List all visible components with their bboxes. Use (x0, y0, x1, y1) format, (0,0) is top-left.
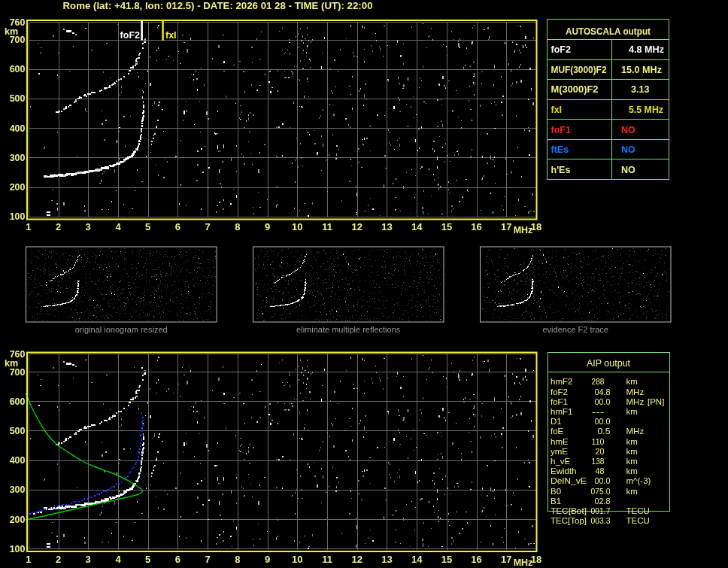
svg-text:NO: NO (621, 125, 635, 135)
svg-text:200: 200 (10, 182, 26, 193)
svg-text:NO: NO (621, 144, 635, 155)
svg-text:km: km (626, 457, 638, 466)
svg-text:12: 12 (351, 221, 362, 232)
svg-text:[PN]: [PN] (648, 397, 664, 406)
svg-text:04.8: 04.8 (595, 387, 611, 396)
svg-text:km: km (5, 358, 18, 369)
svg-text:km: km (5, 26, 18, 37)
svg-text:8: 8 (235, 221, 240, 232)
svg-text:---: --- (592, 407, 605, 416)
svg-text:Rome (lat: +41.8, lon: 012.5): Rome (lat: +41.8, lon: 012.5) - DATE: 20… (63, 1, 373, 11)
svg-text:hmE: hmE (551, 437, 569, 446)
svg-text:km: km (626, 487, 638, 496)
svg-text:fxI: fxI (165, 30, 177, 41)
svg-text:16: 16 (471, 221, 481, 232)
svg-text:3: 3 (86, 221, 91, 232)
svg-text:13: 13 (381, 554, 392, 565)
svg-text:100: 100 (10, 211, 26, 222)
svg-text:13: 13 (381, 221, 392, 232)
svg-text:Ewidth: Ewidth (551, 466, 577, 475)
svg-text:hmF1: hmF1 (551, 407, 572, 416)
svg-text:17: 17 (501, 221, 511, 232)
svg-text:7: 7 (205, 221, 210, 232)
svg-text:km: km (626, 407, 638, 416)
svg-text:foF1: foF1 (551, 397, 568, 406)
svg-text:M(3000)F2: M(3000)F2 (551, 84, 599, 95)
svg-text:h_vE: h_vE (551, 457, 571, 466)
svg-text:15: 15 (441, 221, 452, 232)
svg-text:14: 14 (411, 554, 423, 565)
svg-text:110: 110 (592, 437, 605, 446)
svg-text:001.7: 001.7 (591, 506, 611, 515)
svg-text:02.8: 02.8 (595, 497, 611, 506)
svg-text:NO: NO (621, 165, 635, 175)
svg-text:foF2: foF2 (551, 44, 571, 55)
svg-text:AIP output: AIP output (587, 358, 631, 369)
svg-text:B1: B1 (551, 497, 561, 506)
svg-text:003.3: 003.3 (591, 516, 611, 525)
svg-text:48: 48 (596, 466, 605, 475)
svg-text:9: 9 (265, 221, 270, 232)
svg-text:138: 138 (592, 457, 605, 466)
svg-text:15.0 MHz: 15.0 MHz (621, 65, 662, 75)
svg-text:B0: B0 (551, 487, 561, 496)
svg-text:AUTOSCALA output: AUTOSCALA output (566, 26, 651, 37)
svg-text:foF1: foF1 (551, 125, 571, 135)
svg-text:h'Es: h'Es (551, 165, 571, 175)
svg-text:MHz: MHz (626, 397, 645, 406)
svg-text:600: 600 (10, 64, 26, 74)
svg-text:200: 200 (10, 515, 26, 525)
svg-text:0.5: 0.5 (598, 427, 611, 436)
svg-text:MUF(3000)F2: MUF(3000)F2 (551, 65, 607, 75)
svg-text:TECU: TECU (626, 506, 650, 515)
svg-text:10: 10 (292, 554, 302, 565)
svg-text:foF2: foF2 (551, 387, 568, 396)
svg-text:288: 288 (592, 377, 605, 386)
svg-text:hmF2: hmF2 (551, 377, 572, 386)
svg-text:foE: foE (551, 427, 564, 436)
svg-text:12: 12 (351, 554, 362, 565)
svg-text:ftEs: ftEs (551, 144, 569, 155)
svg-text:DelN_vE: DelN_vE (551, 476, 587, 485)
svg-text:MHz: MHz (514, 557, 533, 568)
svg-text:5.5 MHz: 5.5 MHz (629, 105, 663, 115)
svg-text:7: 7 (205, 554, 210, 565)
svg-text:2: 2 (56, 554, 61, 565)
svg-text:1: 1 (26, 221, 31, 232)
svg-text:5: 5 (145, 221, 150, 232)
svg-text:00.0: 00.0 (595, 397, 611, 406)
svg-text:6: 6 (175, 554, 180, 565)
svg-text:2: 2 (56, 221, 61, 232)
svg-text:foF2: foF2 (120, 30, 140, 41)
svg-text:3: 3 (86, 554, 91, 565)
svg-text:km: km (626, 377, 638, 386)
svg-text:fxI: fxI (551, 105, 563, 115)
svg-text:TEC[Bot]: TEC[Bot] (551, 506, 587, 515)
svg-text:11: 11 (322, 221, 332, 232)
svg-text:6: 6 (175, 221, 180, 232)
svg-text:400: 400 (10, 455, 26, 466)
svg-text:300: 300 (10, 153, 26, 163)
svg-text:5: 5 (145, 554, 150, 565)
svg-text:m^(-3): m^(-3) (626, 476, 651, 485)
svg-text:500: 500 (10, 93, 26, 104)
svg-text:km: km (626, 447, 638, 456)
svg-text:TECU: TECU (626, 516, 650, 525)
svg-text:600: 600 (10, 396, 26, 407)
svg-text:400: 400 (10, 123, 26, 134)
svg-text:3.13: 3.13 (631, 84, 649, 95)
svg-text:1: 1 (26, 554, 31, 565)
svg-text:km: km (626, 466, 638, 475)
svg-text:TEC[Top]: TEC[Top] (551, 516, 587, 525)
svg-text:ymE: ymE (551, 447, 568, 456)
svg-text:evidence F2 trace: evidence F2 trace (542, 325, 608, 334)
svg-text:20: 20 (596, 447, 605, 456)
svg-text:km: km (626, 437, 638, 446)
svg-text:500: 500 (10, 426, 26, 436)
svg-text:eliminate multiple reflections: eliminate multiple reflections (296, 325, 401, 334)
svg-text:original ionogram resized: original ionogram resized (75, 325, 168, 334)
svg-text:300: 300 (10, 484, 26, 495)
svg-text:10: 10 (292, 221, 302, 232)
svg-text:100: 100 (10, 544, 26, 554)
svg-text:00.0: 00.0 (595, 417, 611, 426)
